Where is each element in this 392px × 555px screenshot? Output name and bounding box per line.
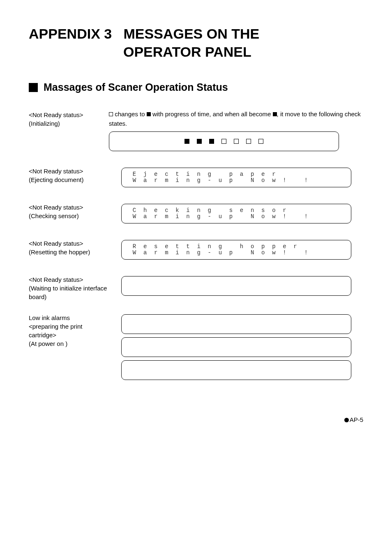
- section-heading-row: Massages of Scaner Operation Status: [29, 81, 363, 93]
- lcd-cell: n: [194, 171, 204, 177]
- row-waiting: <Not Ready status> (Waiting to initializ…: [29, 274, 363, 301]
- square-empty-icon: [109, 112, 113, 116]
- lcd-grid: EjectingpaperWarming-upNow!!: [129, 171, 344, 184]
- lcd-cell: e: [150, 171, 161, 177]
- lcd-panel-empty: [121, 276, 351, 296]
- title-part3: OPERATOR PANEL: [29, 44, 251, 60]
- square-filled-icon: [273, 112, 277, 116]
- lcd-cell: [290, 171, 301, 177]
- lcd-cell: j: [140, 171, 150, 177]
- block-filled-icon: [197, 139, 202, 144]
- label-resetting: <Not Ready status> (Resetting the hopper…: [29, 238, 109, 256]
- lcd-cell: N: [247, 214, 258, 220]
- page-title: APPENDIX 3 MESSAGES ON THE OPERATOR PANE…: [29, 25, 363, 61]
- label-line: <preparing the print cartridge>: [29, 322, 109, 339]
- lcd-panel-checking: CheckingsensorWarming-upNow!!: [121, 204, 351, 223]
- lcd-cell: p: [226, 171, 236, 177]
- block-empty-icon: [234, 139, 239, 144]
- lcd-cell: w: [268, 214, 279, 220]
- lcd-cell: [290, 177, 301, 184]
- lcd-cell: w: [268, 177, 279, 184]
- lcd-cell: [311, 171, 322, 177]
- lcd-cell: -: [204, 250, 215, 256]
- lcd-cell: [301, 207, 311, 214]
- lcd-cell: [322, 177, 333, 184]
- square-filled-icon: [147, 112, 151, 116]
- lcd-cell: r: [150, 177, 161, 184]
- page-footer: AP-5: [29, 416, 363, 423]
- lcd-cell: [290, 250, 301, 256]
- lcd-cell: k: [172, 207, 182, 214]
- lcd-cell: r: [279, 207, 290, 214]
- lcd-cell: g: [194, 214, 204, 220]
- lcd-cell: i: [172, 177, 182, 184]
- lcd-cell: [333, 171, 344, 177]
- lcd-cell: o: [268, 207, 279, 214]
- lcd-cell: n: [183, 214, 194, 220]
- lcd-cell: t: [183, 244, 194, 250]
- block-empty-icon: [221, 139, 226, 144]
- lcd-cell: e: [258, 171, 268, 177]
- lcd-cell: !: [279, 250, 290, 256]
- lcd-cell: [236, 177, 247, 184]
- lcd-cell: -: [204, 177, 215, 184]
- label-line: <Not Ready status>: [29, 275, 109, 284]
- lcd-cell: [301, 244, 311, 250]
- lcd-cell: p: [258, 244, 268, 250]
- lcd-cell: N: [247, 177, 258, 184]
- lcd-cell: [311, 244, 322, 250]
- text-fragment: changes to: [115, 111, 145, 117]
- lcd-cell: h: [140, 207, 150, 214]
- lcd-cell: [290, 214, 301, 220]
- lcd-cell: a: [140, 250, 150, 256]
- lcd-cell: [215, 207, 226, 214]
- lcd-cell: a: [140, 177, 150, 184]
- lcd-cell: N: [247, 250, 258, 256]
- lcd-cell: [290, 207, 301, 214]
- lcd-cell: c: [161, 171, 172, 177]
- label-ejecting: <Not Ready status> (Ejecting document): [29, 166, 109, 184]
- lcd-cell: [333, 177, 344, 184]
- row-initializing: <Not Ready status> (Initializing) change…: [29, 110, 363, 154]
- lcd-cell: t: [172, 244, 182, 250]
- lcd-cell: W: [129, 250, 140, 256]
- lcd-cell: [333, 250, 344, 256]
- lcd-cell: n: [247, 207, 258, 214]
- lcd-cell: !: [301, 250, 311, 256]
- label-line: <Not Ready status>: [29, 203, 109, 212]
- lcd-cell: [333, 244, 344, 250]
- label-line: (Resetting the hopper): [29, 248, 109, 256]
- lcd-cell: i: [172, 214, 182, 220]
- lcd-cell: g: [204, 171, 215, 177]
- lcd-cell: [301, 171, 311, 177]
- lcd-cell: i: [183, 171, 194, 177]
- lcd-cell: E: [129, 171, 140, 177]
- lcd-cell: o: [258, 177, 268, 184]
- lcd-cell: o: [258, 250, 268, 256]
- lcd-cell: n: [183, 177, 194, 184]
- lcd-cell: [322, 171, 333, 177]
- lcd-cell: [311, 214, 322, 220]
- lcd-cell: m: [161, 177, 172, 184]
- lcd-cell: p: [268, 244, 279, 250]
- row-lowink: Low ink alarms <preparing the print cart…: [29, 313, 363, 383]
- lcd-cell: g: [194, 177, 204, 184]
- lcd-cell: C: [129, 207, 140, 214]
- lcd-cell: s: [258, 207, 268, 214]
- lcd-cell: [333, 207, 344, 214]
- desc-initializing: changes to with progress of time, and wh…: [109, 110, 363, 154]
- lcd-cell: o: [247, 244, 258, 250]
- lcd-cell: e: [140, 244, 150, 250]
- lcd-cell: i: [183, 207, 194, 214]
- block-filled-icon: [209, 139, 214, 144]
- lcd-cell: [333, 214, 344, 220]
- label-line: <Not Ready status>: [29, 111, 109, 119]
- bullet-icon: [344, 418, 349, 422]
- lcd-cell: !: [301, 177, 311, 184]
- lcd-grid: CheckingsensorWarming-upNow!!: [129, 207, 344, 220]
- lcd-cell: e: [161, 244, 172, 250]
- init-desc-text: changes to with progress of time, and wh…: [109, 110, 363, 128]
- lcd-cell: [311, 250, 322, 256]
- lcd-cell: p: [226, 177, 236, 184]
- lcd-cell: a: [140, 214, 150, 220]
